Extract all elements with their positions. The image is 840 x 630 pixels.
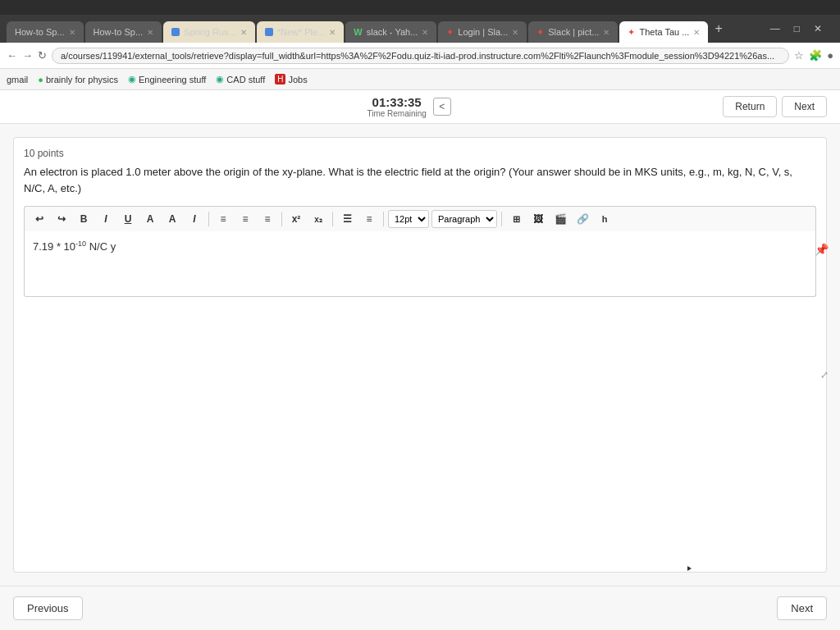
editor-content[interactable]: 7.19 * 10-10 N/C y <box>24 231 816 297</box>
tab-1[interactable]: How-to Sp... ✕ <box>7 21 84 43</box>
tab-3-label: Spring Rus... <box>184 27 236 37</box>
quiz-container: 01:33:35 Time Remaining < Return Next 📌 … <box>0 90 840 630</box>
bookmark-star-icon[interactable]: ☆ <box>794 49 804 62</box>
timer-collapse-button[interactable]: < <box>433 98 451 116</box>
redo-button[interactable]: ↪ <box>52 210 71 228</box>
bookmark-cad-label: CAD stuff <box>226 75 265 84</box>
editor-toolbar: ↩ ↪ B I U A A I ≡ ≡ ≡ x² x₂ ☰ ≡ 12pt 10p… <box>24 206 816 231</box>
bookmark-brainly-label: brainly for physics <box>46 75 118 84</box>
font-size-select[interactable]: 12pt 10pt 14pt 18pt <box>388 210 429 228</box>
bookmark-cad-icon: ◉ <box>216 74 224 84</box>
link-button[interactable]: 🔗 <box>573 210 592 228</box>
tab-7-label: Slack | pict... <box>548 27 599 37</box>
previous-button[interactable]: Previous <box>13 596 83 620</box>
code-button[interactable]: h <box>595 210 614 228</box>
unordered-list-button[interactable]: ☰ <box>337 210 357 228</box>
tab-4-close[interactable]: ✕ <box>329 28 336 37</box>
align-right-button[interactable]: ≡ <box>258 210 277 228</box>
refresh-button[interactable]: ↻ <box>38 49 47 62</box>
tab-1-label: How-to Sp... <box>15 27 65 37</box>
bookmark-cad[interactable]: ◉ CAD stuff <box>216 74 265 84</box>
question-text: An electron is placed 1.0 meter above th… <box>24 164 816 196</box>
image-button[interactable]: 🖼 <box>528 210 548 228</box>
toolbar-separator-3 <box>332 212 333 226</box>
strikethrough-button[interactable]: I <box>185 210 204 228</box>
tab-7-close[interactable]: ✕ <box>603 28 609 37</box>
align-center-button[interactable]: ≡ <box>235 210 255 228</box>
bold-button[interactable]: B <box>74 210 94 228</box>
tab-4-label: *New* Ple... <box>277 27 326 37</box>
pin-icon[interactable]: 📌 <box>815 243 829 256</box>
back-button[interactable]: ← <box>7 49 17 62</box>
tab-6-label: Login | Sla... <box>458 27 508 37</box>
bookmark-engineering-label: Engineering stuff <box>139 75 206 84</box>
tab-8-icon: ✦ <box>628 27 635 38</box>
tab-1-close[interactable]: ✕ <box>69 28 75 37</box>
tab-2-label: How-to Sp... <box>94 27 144 37</box>
bookmarks-bar: gmail ● brainly for physics ◉ Engineerin… <box>0 69 840 90</box>
tab-3[interactable]: Spring Rus... ✕ <box>163 21 255 43</box>
timer-label: Time Remaining <box>367 109 426 118</box>
tab-2-close[interactable]: ✕ <box>147 28 153 37</box>
media-button[interactable]: 🎬 <box>550 210 570 228</box>
underline-button[interactable]: U <box>118 210 138 228</box>
timer-center: 01:33:35 Time Remaining < <box>367 95 450 118</box>
bookmark-gmail[interactable]: gmail <box>7 75 28 84</box>
new-tab-button[interactable]: + <box>710 21 727 36</box>
undo-button[interactable]: ↩ <box>30 210 49 228</box>
tab-6[interactable]: ✦ Login | Sla... ✕ <box>438 21 527 43</box>
close-window-button[interactable]: ✕ <box>809 21 827 36</box>
bottom-nav: Previous Next <box>0 586 840 630</box>
tab-7[interactable]: ✦ Slack | pict... ✕ <box>528 21 618 43</box>
return-button[interactable]: Return <box>723 96 777 117</box>
profile-icon[interactable]: ● <box>827 49 833 62</box>
tab-8[interactable]: ✦ Theta Tau ... ✕ <box>619 21 708 43</box>
question-points: 10 points <box>24 148 816 159</box>
tab-6-close[interactable]: ✕ <box>512 28 518 37</box>
ordered-list-button[interactable]: ≡ <box>359 210 379 228</box>
nav-buttons-top: Return Next <box>723 96 827 117</box>
tab-3-close[interactable]: ✕ <box>240 28 247 37</box>
toolbar-separator-1 <box>208 212 209 226</box>
tab-5-icon: W <box>354 27 362 37</box>
tab-5[interactable]: W slack - Yah... ✕ <box>345 21 436 43</box>
bookmark-gmail-label: gmail <box>7 75 28 84</box>
align-left-button[interactable]: ≡ <box>213 210 233 228</box>
url-input[interactable]: a/courses/119941/external_tools/retrieve… <box>52 48 789 64</box>
subscript-button[interactable]: x₂ <box>308 210 328 228</box>
timer-display: 01:33:35 Time Remaining <box>367 95 426 118</box>
tab-5-label: slack - Yah... <box>367 27 418 37</box>
bookmark-brainly[interactable]: ● brainly for physics <box>38 75 118 84</box>
address-bar: ← → ↻ a/courses/119941/external_tools/re… <box>0 43 840 69</box>
next-button-top[interactable]: Next <box>782 96 827 117</box>
bookmark-jobs[interactable]: H Jobs <box>275 74 307 84</box>
superscript-button[interactable]: x² <box>286 210 306 228</box>
question-area: 10 points An electron is placed 1.0 mete… <box>13 137 827 573</box>
expand-icon[interactable]: ⤢ <box>820 369 829 381</box>
font-color-button[interactable]: A <box>140 210 160 228</box>
tab-2[interactable]: How-to Sp... ✕ <box>85 21 162 43</box>
minimize-button[interactable]: — <box>765 21 785 36</box>
paragraph-style-select[interactable]: Paragraph Heading 1 Heading 2 <box>431 210 497 228</box>
tab-6-icon: ✦ <box>446 27 454 38</box>
toolbar-separator-4 <box>383 212 384 226</box>
tab-3-icon <box>171 28 180 36</box>
extensions-icon[interactable]: 🧩 <box>809 49 822 62</box>
table-button[interactable]: ⊞ <box>506 210 526 228</box>
toolbar-separator-5 <box>501 212 502 226</box>
tab-8-close[interactable]: ✕ <box>693 28 700 37</box>
italic-button[interactable]: I <box>96 210 116 228</box>
bookmark-engineering-icon: ◉ <box>128 74 136 84</box>
browser-chrome-top <box>0 0 840 15</box>
bookmark-jobs-label: Jobs <box>288 75 307 84</box>
next-button-bottom[interactable]: Next <box>777 596 827 620</box>
bookmark-jobs-icon: H <box>275 74 285 84</box>
tab-4[interactable]: *New* Ple... ✕ <box>257 21 345 43</box>
toolbar-separator-2 <box>281 212 282 226</box>
highlight-button[interactable]: A <box>162 210 182 228</box>
forward-button[interactable]: → <box>22 49 33 62</box>
bookmark-engineering[interactable]: ◉ Engineering stuff <box>128 74 206 84</box>
tab-5-close[interactable]: ✕ <box>422 28 428 37</box>
tab-4-icon <box>265 28 273 36</box>
maximize-button[interactable]: □ <box>789 21 805 36</box>
